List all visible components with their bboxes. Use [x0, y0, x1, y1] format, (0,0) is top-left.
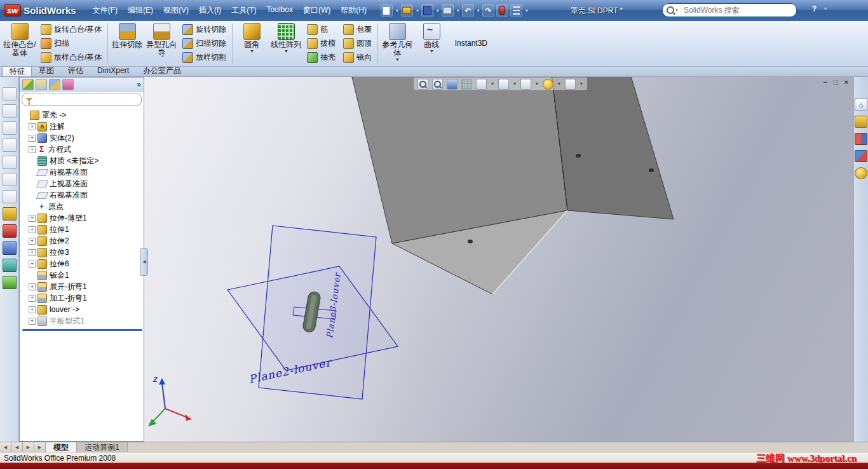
featuremanager-tab-icon[interactable]	[22, 79, 34, 90]
scene-dropdown-icon[interactable]: ▼	[580, 82, 583, 86]
apply-scene-icon[interactable]	[565, 79, 576, 90]
tree-item[interactable]: + 原点	[21, 201, 144, 212]
solidworks-resources-home-icon[interactable]: ⌂	[855, 99, 867, 111]
view-tool-icon[interactable]	[3, 87, 17, 100]
part-hole[interactable]	[576, 154, 581, 158]
help-icon[interactable]: ?	[812, 4, 817, 13]
zoom-in-out-icon[interactable]	[447, 79, 458, 90]
tree-filter-box[interactable]	[22, 93, 142, 106]
search-input[interactable]	[682, 5, 792, 15]
tree-item[interactable]: + louver ->	[21, 304, 144, 315]
search-box[interactable]: ▼	[662, 3, 797, 17]
view-tool-icon[interactable]	[3, 190, 17, 203]
panel-collapse-handle[interactable]: ◀	[140, 248, 148, 276]
mirror-button[interactable]: 镜向	[341, 51, 374, 64]
loft-cut-button[interactable]: 放样切割	[180, 51, 229, 64]
undo-icon[interactable]: ↶	[462, 4, 474, 17]
options-list-icon[interactable]	[510, 4, 522, 17]
sweep-cut-button[interactable]: 扫描切除	[180, 37, 229, 50]
tree-item[interactable]: + 平板型式1	[21, 315, 144, 327]
extrude-cut-button[interactable]: 拉伸切除	[110, 21, 144, 66]
minimize-icon[interactable]: −	[823, 78, 827, 86]
close-icon[interactable]: ×	[844, 78, 848, 86]
tab-scroll-next-icon[interactable]: ▶	[23, 442, 34, 452]
tab-office-products[interactable]: 办公室产品	[136, 65, 188, 76]
fillet-button[interactable]: 圆角 ▼	[234, 21, 269, 66]
view-tool-icon[interactable]	[3, 121, 17, 135]
tree-item[interactable]: + 拉伸-薄壁1	[21, 212, 144, 224]
tree-item[interactable]: 上视基准面	[21, 178, 144, 189]
fillet-dropdown-icon[interactable]: ▼	[250, 49, 254, 53]
tab-scroll-last-icon[interactable]: ▶	[34, 442, 46, 452]
expand-icon[interactable]: +	[29, 295, 36, 302]
view-orientation-dropdown-icon[interactable]: ▼	[491, 82, 494, 86]
revolve-cut-button[interactable]: 旋转切除	[180, 23, 229, 36]
extrude-boss-button[interactable]: 拉伸凸台/基体	[3, 21, 37, 66]
menu-view[interactable]: 视图(V)	[158, 3, 194, 18]
rib-button[interactable]: 筋	[304, 23, 338, 36]
dimension-tool-icon[interactable]	[3, 224, 17, 238]
new-document-icon[interactable]	[381, 4, 393, 17]
zoom-to-fit-icon[interactable]	[417, 79, 428, 90]
orientation-triad[interactable]: Z	[148, 376, 192, 426]
part-hole[interactable]	[468, 240, 473, 243]
menu-window[interactable]: 窗口(W)	[298, 3, 336, 18]
save-icon[interactable]	[421, 4, 433, 17]
tab-dimxpert[interactable]: DimXpert	[90, 65, 136, 76]
view-tool-icon[interactable]	[3, 139, 17, 152]
revolve-boss-button[interactable]: 旋转凸台/基体	[38, 23, 104, 36]
help-dropdown-icon[interactable]: ▼	[824, 7, 827, 11]
dome-button[interactable]: 圆顶	[341, 37, 374, 50]
search-scope-dropdown-icon[interactable]: ▼	[675, 8, 679, 12]
menu-edit[interactable]: 编辑(E)	[123, 3, 158, 18]
view-orientation-icon[interactable]	[476, 79, 487, 90]
undo-dropdown-icon[interactable]: ▼	[477, 9, 480, 13]
expand-icon[interactable]: +	[29, 146, 36, 153]
tab-model[interactable]: 模型	[46, 442, 77, 452]
dimxpertmanager-tab-icon[interactable]	[62, 79, 74, 90]
part-hole[interactable]	[649, 168, 654, 172]
edit-appearance-icon[interactable]	[543, 79, 553, 90]
tree-item[interactable]: + 拉伸3	[21, 247, 144, 258]
tree-item[interactable]: 右视基准面	[21, 189, 144, 201]
3d-scene[interactable]: Plane3-louver Plane2-louver Z	[144, 77, 853, 442]
expand-icon[interactable]: +	[29, 283, 36, 290]
display-style-dropdown-icon[interactable]: ▼	[513, 82, 517, 86]
tree-item-root[interactable]: 罩壳 ->	[21, 109, 144, 121]
filter-input[interactable]	[35, 95, 137, 104]
tab-scroll-prev-icon[interactable]: ◀	[11, 442, 23, 452]
menu-toolbox[interactable]: Toolbox	[262, 3, 298, 18]
reference-geometry-dropdown-icon[interactable]: ▼	[395, 57, 400, 62]
tree-item[interactable]: + 加工-折弯1	[21, 292, 144, 304]
rotate-view-icon[interactable]	[461, 79, 472, 90]
options-dropdown-icon[interactable]: ▼	[525, 9, 529, 13]
tab-features[interactable]: 特征	[3, 66, 32, 76]
sweep-button[interactable]: 扫描	[38, 37, 104, 50]
appearance-dropdown-icon[interactable]: ▼	[557, 82, 561, 86]
panel-overflow-icon[interactable]: »	[137, 80, 141, 89]
tree-item[interactable]: + A 注解	[21, 121, 144, 132]
expand-icon[interactable]: +	[29, 123, 36, 130]
hide-show-items-icon[interactable]	[520, 79, 531, 90]
sketch-pencil-icon[interactable]	[3, 207, 17, 221]
menu-help[interactable]: 帮助(H)	[336, 3, 372, 18]
hide-show-dropdown-icon[interactable]: ▼	[535, 82, 539, 86]
measure-tool-icon[interactable]	[3, 259, 17, 272]
zoom-to-area-icon[interactable]	[432, 79, 443, 90]
menu-file[interactable]: 文件(F)	[88, 3, 123, 18]
open-dropdown-icon[interactable]: ▼	[416, 9, 419, 13]
file-explorer-icon[interactable]	[855, 133, 867, 145]
relations-tool-icon[interactable]	[3, 241, 17, 255]
wrap-button[interactable]: 包覆	[341, 23, 374, 36]
reference-geometry-button[interactable]: 参考几何体 ▼	[380, 21, 414, 66]
tree-item[interactable]: + 拉伸1	[21, 224, 144, 235]
appearances-scenes-icon[interactable]	[855, 167, 867, 179]
hole-wizard-button[interactable]: 异型孔向导	[144, 21, 179, 66]
expand-icon[interactable]: +	[29, 226, 36, 233]
draft-button[interactable]: 拔模	[304, 37, 338, 50]
tab-evaluate[interactable]: 评估	[61, 65, 90, 76]
tab-motion-study[interactable]: 运动算例1	[77, 442, 128, 452]
expand-icon[interactable]: +	[29, 215, 36, 222]
tree-item[interactable]: + 展开-折弯1	[21, 281, 144, 292]
tree-item[interactable]: + Σ 方程式	[21, 144, 144, 155]
